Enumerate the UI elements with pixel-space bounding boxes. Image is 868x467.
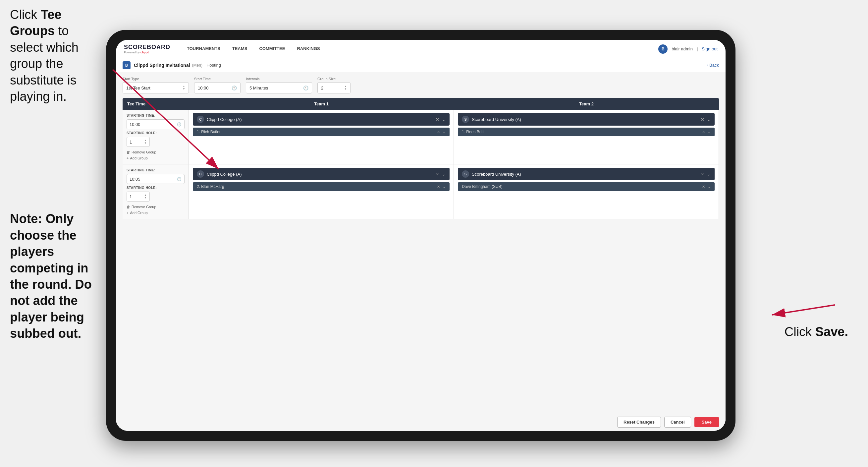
logo-text: SCOREBOARD: [124, 44, 170, 51]
back-button[interactable]: ‹ Back: [707, 63, 719, 68]
user-name: blair admin: [672, 47, 693, 51]
nav-committee[interactable]: COMMITTEE: [253, 40, 291, 58]
instructions-panel: Click Tee Groups to select which group t…: [0, 0, 106, 358]
player-controls-2-1: ✕ ⌄: [702, 130, 711, 134]
group-size-input[interactable]: 2 ▲ ▼: [317, 82, 350, 93]
settings-bar: Start Type 1st Tee Start ▲ ▼ Start Time …: [116, 72, 725, 93]
team2-card-2[interactable]: S Scoreboard University (A) ✕ ⌄: [458, 168, 715, 180]
start-type-group: Start Type 1st Tee Start ▲ ▼: [123, 77, 189, 93]
logo-area: SCOREBOARD Powered by clippd: [124, 44, 170, 54]
team1-card-left-1: C Clippd College (A): [197, 116, 242, 123]
content-area: Start Type 1st Tee Start ▲ ▼ Start Time …: [116, 72, 725, 431]
player-row-2-1: 1. Rees Britt ✕ ⌄: [458, 127, 715, 136]
team1-card-2[interactable]: C Clippd College (A) ✕ ⌄: [193, 168, 450, 180]
hole-input-1[interactable]: 1 ▲ ▼: [127, 137, 150, 147]
team2-col-1: S Scoreboard University (A) ✕ ⌄ 1. Rees …: [454, 110, 719, 164]
player-x-icon-2-1[interactable]: ✕: [702, 130, 705, 134]
team1-col-1: C Clippd College (A) ✕ ⌄ 1. Rich Butler: [189, 110, 454, 164]
footer-bar: Reset Changes Cancel Save: [116, 413, 725, 431]
hole-stepper-2: ▲ ▼: [144, 194, 147, 199]
clippd-brand: clippd: [141, 51, 149, 54]
plus-icon-2: +: [127, 211, 128, 215]
add-group-btn-1[interactable]: + Add Group: [127, 156, 185, 160]
team2-icon-1: S: [462, 116, 469, 123]
sign-out-link[interactable]: Sign out: [702, 47, 718, 51]
start-type-stepper: ▲ ▼: [183, 85, 185, 90]
clock-icon-4: 🕙: [177, 177, 182, 181]
nav-links: TOURNAMENTS TEAMS COMMITTEE RANKINGS: [181, 40, 326, 58]
group-size-group: Group Size 2 ▲ ▼: [317, 77, 350, 93]
team2-expand-icon-2[interactable]: ⌄: [707, 172, 711, 177]
player-row-1-2: 2. Blair McHarg ✕ ⌄: [193, 182, 450, 191]
team1-icon-2: C: [197, 170, 204, 178]
remove-group-btn-1[interactable]: 🗑 Remove Group: [127, 150, 185, 154]
player-controls-1-1: ✕ ⌄: [437, 130, 445, 134]
player-controls-2-2: ✕ ⌄: [702, 185, 711, 189]
nav-rankings[interactable]: RANKINGS: [291, 40, 326, 58]
starting-time-label-2: STARTING TIME:: [127, 168, 185, 172]
col-team1: Team 1: [189, 98, 454, 110]
hosting-label: Hosting: [207, 63, 221, 68]
tablet-frame: SCOREBOARD Powered by clippd TOURNAMENTS…: [106, 30, 736, 441]
player-row-1-1: 1. Rich Butler ✕ ⌄: [193, 127, 450, 136]
player-expand-icon-2-1[interactable]: ⌄: [708, 130, 711, 134]
team1-icon-1: C: [197, 116, 204, 123]
nav-teams[interactable]: TEAMS: [226, 40, 253, 58]
start-type-input[interactable]: 1st Tee Start ▲ ▼: [123, 82, 189, 93]
team1-expand-icon-1[interactable]: ⌄: [442, 117, 445, 122]
col-team2: Team 2: [454, 98, 719, 110]
gender-tag: (Men): [192, 63, 203, 68]
team1-card-1[interactable]: C Clippd College (A) ✕ ⌄: [193, 113, 450, 126]
time-input-1[interactable]: 10:00 🕙: [127, 119, 185, 129]
time-input-2[interactable]: 10:05 🕙: [127, 174, 185, 184]
team1-expand-icon-2[interactable]: ⌄: [442, 172, 445, 177]
player-expand-icon-1-2[interactable]: ⌄: [443, 185, 445, 189]
logo-powered: Powered by clippd: [124, 51, 170, 54]
team2-icon-2: S: [462, 170, 469, 178]
note-text: Note: Only choose the players competing …: [10, 211, 96, 342]
nav-tournaments[interactable]: TOURNAMENTS: [181, 40, 226, 58]
intervals-group: Intervals 5 Minutes 🕙: [246, 77, 312, 93]
remove-group-btn-2[interactable]: 🗑 Remove Group: [127, 205, 185, 209]
team1-name-1: Clippd College (A): [207, 117, 242, 122]
group-size-value: 2: [321, 86, 323, 90]
player-name-2-2: Dave Billingham (SUB): [462, 184, 503, 189]
plus-icon-1: +: [127, 156, 128, 160]
tournament-name: Clippd Spring Invitational: [134, 63, 190, 68]
table-header: Tee Time Team 1 Team 2: [123, 98, 719, 110]
intervals-input[interactable]: 5 Minutes 🕙: [246, 82, 312, 93]
player-x-icon-2-2[interactable]: ✕: [702, 185, 705, 189]
col-tee-time: Tee Time: [123, 98, 189, 110]
arrow-down-icon: ▼: [183, 88, 185, 90]
player-x-icon-1-1[interactable]: ✕: [437, 130, 440, 134]
intervals-label: Intervals: [246, 77, 312, 81]
team2-x-icon-1[interactable]: ✕: [701, 117, 704, 122]
hole-stepper-1: ▲ ▼: [144, 139, 147, 145]
team2-expand-icon-1[interactable]: ⌄: [707, 117, 711, 122]
team2-name-2: Scoreboard University (A): [472, 172, 521, 177]
hole-input-2[interactable]: 1 ▲ ▼: [127, 192, 150, 202]
save-button[interactable]: Save: [694, 417, 719, 427]
click-save-instruction: Click Save.: [784, 325, 848, 339]
team2-card-1[interactable]: S Scoreboard University (A) ✕ ⌄: [458, 113, 715, 126]
player-x-icon-1-2[interactable]: ✕: [437, 185, 440, 189]
intervals-value: 5 Minutes: [249, 86, 268, 90]
start-time-input[interactable]: 10:00 🕙: [194, 82, 241, 93]
hole-value-1: 1: [129, 140, 132, 145]
player-expand-icon-1-1[interactable]: ⌄: [443, 130, 445, 134]
add-group-label-1: Add Group: [130, 156, 148, 160]
reset-changes-button[interactable]: Reset Changes: [617, 417, 661, 428]
add-group-btn-2[interactable]: + Add Group: [127, 211, 185, 215]
cancel-button[interactable]: Cancel: [664, 417, 691, 428]
clock-icon-3: 🕙: [177, 122, 182, 126]
start-type-label: Start Type: [123, 77, 189, 81]
trash-icon-1: 🗑: [127, 150, 130, 154]
player-expand-icon-2-2[interactable]: ⌄: [708, 185, 711, 189]
arrow-down-icon-2: ▼: [344, 88, 347, 90]
tablet-screen: SCOREBOARD Powered by clippd TOURNAMENTS…: [116, 40, 725, 431]
team2-x-icon-2[interactable]: ✕: [701, 172, 704, 177]
start-type-value: 1st Tee Start: [126, 86, 150, 90]
team1-x-icon-1[interactable]: ✕: [436, 117, 439, 122]
player-row-2-2: Dave Billingham (SUB) ✕ ⌄: [458, 182, 715, 191]
team1-x-icon-2[interactable]: ✕: [436, 172, 439, 177]
